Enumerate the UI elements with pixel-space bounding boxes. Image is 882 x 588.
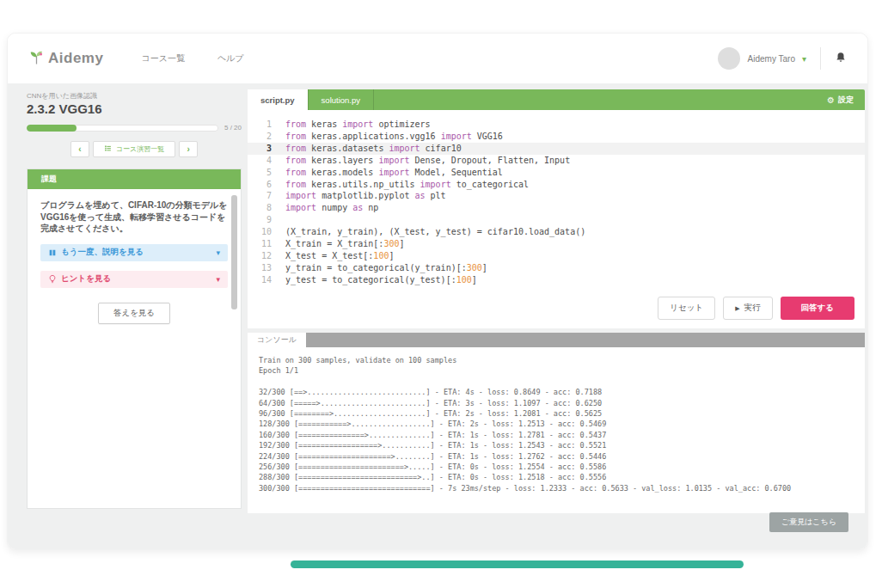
background-accent-bar <box>291 560 744 568</box>
code-line[interactable]: 13y_train = to_categorical(y_train)[:300… <box>248 262 865 274</box>
play-icon: ▶ <box>735 305 739 312</box>
line-number: 4 <box>248 155 272 167</box>
header-right: Aidemy Taro ▾ <box>718 47 847 70</box>
user-avatar[interactable] <box>718 47 740 70</box>
line-number: 6 <box>248 179 272 191</box>
console-tab[interactable]: コンソール <box>248 333 306 347</box>
notification-bell-icon[interactable] <box>835 51 847 67</box>
settings-label: 設定 <box>838 95 854 106</box>
user-menu-chevron-down-icon[interactable]: ▾ <box>802 54 806 64</box>
header-nav: コース一覧 ヘルプ <box>141 52 243 64</box>
console-line: Epoch 1/1 <box>259 365 854 376</box>
next-exercise-button[interactable]: › <box>179 141 198 157</box>
nav-help[interactable]: ヘルプ <box>217 52 244 64</box>
code-line[interactable]: 9 <box>248 214 865 226</box>
console-line: Train on 300 samples, validate on 100 sa… <box>259 355 854 365</box>
lesson-sidebar: CNNを用いた画像認識 2.3.2 VGG16 5 / 20 ‹ <box>27 91 242 509</box>
editor-tabbar: script.py solution.py ⚙ 設定 <box>248 89 865 110</box>
show-answer-button[interactable]: 答えを見る <box>98 303 170 324</box>
code-text: from keras.models import Model, Sequenti… <box>285 167 503 179</box>
code-text: y_test = to_categorical(y_test)[:100] <box>285 274 477 286</box>
line-number: 7 <box>248 190 272 202</box>
code-text: from keras import optimizers <box>285 119 431 131</box>
code-text: import numpy as np <box>285 202 378 214</box>
line-number: 11 <box>248 238 272 250</box>
line-number: 12 <box>248 250 272 262</box>
code-line[interactable]: 1from keras import optimizers <box>248 119 865 131</box>
console-line: 128/300 [===========>..................]… <box>259 419 854 429</box>
sidebar-scrollbar[interactable] <box>231 195 237 309</box>
code-text: y_train = to_categorical(y_train)[:300] <box>285 262 487 274</box>
line-number: 13 <box>248 262 272 274</box>
code-line[interactable]: 10(X_train, y_train), (X_test, y_test) =… <box>248 226 865 238</box>
line-number: 9 <box>248 214 272 226</box>
code-line[interactable]: 11X_train = X_train[:300] <box>248 238 865 250</box>
show-explanation-toggle[interactable]: もう一度、説明を見る ▾ <box>40 244 228 261</box>
submit-answer-button[interactable]: 回答する <box>781 297 854 320</box>
lesson-title: 2.3.2 VGG16 <box>27 101 242 116</box>
console-tabbar-filler <box>306 333 865 347</box>
progress-bar <box>27 125 218 132</box>
lightbulb-icon <box>48 274 57 284</box>
app-header: Aidemy コース一覧 ヘルプ Aidemy Taro ▾ <box>8 34 867 83</box>
exercise-list-button[interactable]: コース演習一覧 <box>93 141 175 157</box>
main-panel: script.py solution.py ⚙ 設定 1from keras i… <box>248 89 865 513</box>
code-line[interactable]: 5from keras.models import Model, Sequent… <box>248 167 865 179</box>
explanation-chevron-down-icon: ▾ <box>216 248 220 257</box>
code-line[interactable]: 14y_test = to_categorical(y_test)[:100] <box>248 274 865 286</box>
course-title: CNNを用いた画像認識 <box>27 91 242 101</box>
sprout-icon <box>28 49 45 69</box>
prev-exercise-button[interactable]: ‹ <box>70 141 89 157</box>
code-line[interactable]: 4from keras.layers import Dense, Dropout… <box>248 155 865 167</box>
progress-label: 5 / 20 <box>224 124 242 132</box>
console-line: 192/300 [==================>...........]… <box>259 440 854 450</box>
code-editor[interactable]: 1from keras import optimizers2from keras… <box>248 110 865 328</box>
console-tabbar: コンソール <box>248 333 865 347</box>
nav-course-list[interactable]: コース一覧 <box>141 52 184 64</box>
feedback-button[interactable]: ご意見はこちら <box>769 512 848 532</box>
code-text: from keras.utils.np_utils import to_cate… <box>285 179 529 191</box>
tab-script-py[interactable]: script.py <box>248 89 308 110</box>
code-lines: 1from keras import optimizers2from keras… <box>248 119 865 286</box>
console-output[interactable]: Train on 300 samples, validate on 100 sa… <box>248 347 865 513</box>
reset-button[interactable]: リセット <box>658 297 715 320</box>
hint-chevron-down-icon: ▾ <box>216 275 220 284</box>
line-number: 1 <box>248 119 272 131</box>
code-text: from keras.applications.vgg16 import VGG… <box>285 131 503 143</box>
code-line[interactable]: 3from keras.datasets import cifar10 <box>248 143 865 155</box>
code-text: import matplotlib.pyplot as plt <box>285 190 446 202</box>
code-text: X_train = X_train[:300] <box>285 238 404 250</box>
line-number: 14 <box>248 274 272 286</box>
show-hint-toggle[interactable]: ヒントを見る ▾ <box>40 271 228 288</box>
console-line <box>259 377 854 387</box>
tab-solution-py[interactable]: solution.py <box>308 89 374 110</box>
code-text: from keras.layers import Dense, Dropout,… <box>285 155 570 167</box>
assignment-header: 課題 <box>28 169 241 189</box>
show-explanation-label: もう一度、説明を見る <box>61 247 144 258</box>
header-divider <box>820 47 821 70</box>
code-line[interactable]: 7import matplotlib.pyplot as plt <box>248 190 865 202</box>
run-button[interactable]: ▶ 実行 <box>723 297 772 320</box>
app-body: CNNを用いた画像認識 2.3.2 VGG16 5 / 20 ‹ <box>8 83 867 549</box>
logo-text: Aidemy <box>48 50 103 67</box>
aidemy-logo[interactable]: Aidemy <box>28 49 103 69</box>
console-line: 64/300 [=====>........................] … <box>259 398 854 408</box>
progress-row: 5 / 20 <box>27 124 242 132</box>
code-line[interactable]: 6from keras.utils.np_utils import to_cat… <box>248 179 865 191</box>
code-text: (X_train, y_train), (X_test, y_test) = c… <box>285 226 585 238</box>
code-line[interactable]: 8import numpy as np <box>248 202 865 214</box>
code-line[interactable]: 12X_test = X_test[:100] <box>248 250 865 262</box>
list-icon <box>104 144 112 154</box>
assignment-body: プログラムを埋めて、CIFAR-10の分類モデルをVGG16を使って生成、転移学… <box>28 189 241 324</box>
editor-buttons: リセット ▶ 実行 回答する <box>658 297 854 320</box>
exercise-pager: ‹ コース演習一覧 › <box>27 141 242 157</box>
code-line[interactable]: 2from keras.applications.vgg16 import VG… <box>248 131 865 143</box>
settings-button[interactable]: ⚙ 設定 <box>816 89 865 110</box>
code-text: from keras.datasets import cifar10 <box>285 143 462 155</box>
exercise-list-label: コース演習一覧 <box>116 144 164 154</box>
assignment-description: プログラムを埋めて、CIFAR-10の分類モデルをVGG16を使って生成、転移学… <box>40 199 228 235</box>
run-label: 実行 <box>744 303 761 314</box>
app-window: Aidemy コース一覧 ヘルプ Aidemy Taro ▾ <box>7 33 868 550</box>
console-line: 96/300 [========>.....................] … <box>259 408 854 419</box>
line-number: 5 <box>248 167 272 179</box>
